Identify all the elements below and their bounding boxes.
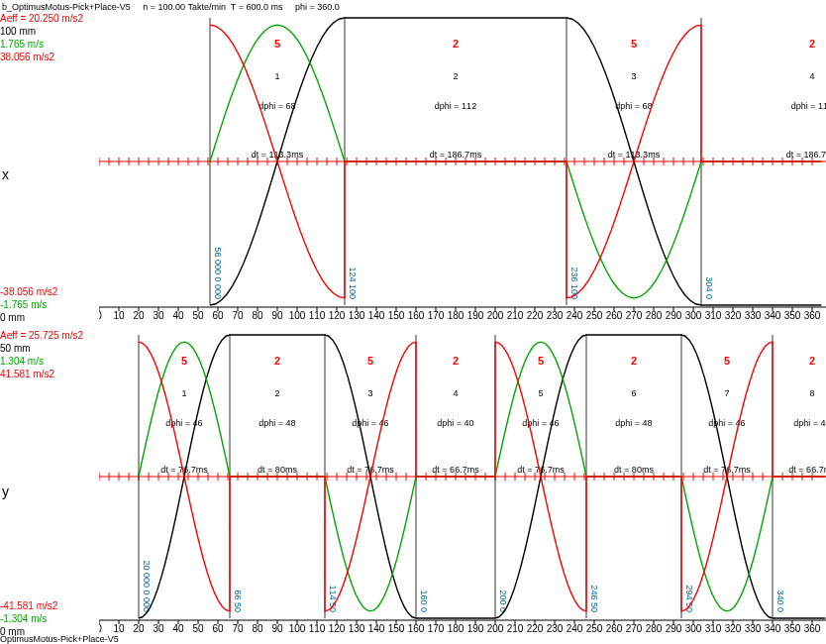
svg-text:dphi = 112: dphi = 112 [791, 101, 826, 111]
vel-y-min: -1.304 m/s [0, 612, 94, 625]
svg-text:330: 330 [745, 310, 762, 321]
svg-text:80: 80 [252, 310, 263, 321]
acc-y-max: 41.581 m/s2 [0, 368, 94, 380]
svg-text:270: 270 [626, 623, 643, 634]
svg-text:56 000 0 000: 56 000 0 000 [213, 247, 223, 299]
svg-text:0: 0 [99, 310, 102, 321]
svg-text:120: 120 [329, 623, 346, 634]
svg-text:30: 30 [153, 623, 164, 634]
svg-text:30: 30 [153, 310, 164, 321]
svg-text:114 50: 114 50 [328, 585, 338, 612]
svg-text:340: 340 [765, 310, 781, 321]
svg-text:110: 110 [309, 623, 326, 634]
svg-text:dphi = 112: dphi = 112 [435, 101, 476, 111]
svg-text:210: 210 [507, 623, 524, 634]
axis-label-y: y [2, 483, 9, 499]
svg-text:250: 250 [586, 623, 603, 634]
svg-text:260: 260 [606, 623, 623, 634]
acc-x-min: -38.056 m/s2 [0, 285, 94, 298]
svg-text:130: 130 [349, 623, 365, 634]
svg-text:180: 180 [448, 310, 465, 321]
svg-text:50: 50 [192, 623, 204, 634]
chart-x: 0510152025303540455055606570758085909510… [99, 12, 826, 329]
svg-text:230: 230 [547, 623, 564, 634]
svg-text:10: 10 [113, 310, 125, 321]
svg-text:160: 160 [408, 310, 425, 321]
svg-text:230: 230 [547, 310, 564, 321]
svg-text:340: 340 [765, 623, 781, 634]
svg-text:160 0: 160 0 [419, 590, 429, 612]
header-T: T = 600.0 ms [231, 2, 283, 12]
svg-text:294 50: 294 50 [684, 585, 694, 612]
side-bot-lower: -41.581 m/s2 -1.304 m/s 0 mm [0, 599, 94, 638]
svg-text:7: 7 [724, 388, 729, 398]
svg-text:1: 1 [181, 388, 186, 398]
svg-text:120: 120 [329, 310, 346, 321]
svg-text:246 50: 246 50 [589, 585, 599, 612]
svg-text:320: 320 [725, 623, 742, 634]
svg-text:dt = 186.7ms: dt = 186.7ms [786, 150, 826, 160]
svg-text:160: 160 [408, 623, 425, 634]
svg-text:dphi = 40: dphi = 40 [793, 418, 826, 428]
svg-text:dt = 186.7ms: dt = 186.7ms [430, 150, 482, 160]
svg-text:200: 200 [487, 310, 504, 321]
svg-text:360: 360 [804, 310, 821, 321]
svg-text:2: 2 [453, 71, 458, 81]
svg-text:320: 320 [725, 310, 742, 321]
svg-text:190: 190 [467, 623, 484, 634]
disp-y-max: 50 mm [0, 342, 94, 355]
svg-text:300: 300 [685, 310, 702, 321]
svg-text:150: 150 [388, 310, 405, 321]
svg-text:260: 260 [606, 310, 623, 321]
svg-text:60: 60 [212, 623, 224, 634]
svg-text:2: 2 [631, 355, 637, 367]
svg-text:130: 130 [349, 310, 365, 321]
side-bot-upper: Aeff = 25.725 m/s2 50 mm 1.304 m/s 41.58… [0, 329, 94, 380]
svg-text:dt = 66.7ms: dt = 66.7ms [432, 465, 479, 475]
svg-text:340 0: 340 0 [775, 590, 785, 612]
svg-text:3: 3 [631, 71, 636, 81]
svg-text:5: 5 [538, 388, 543, 398]
svg-text:200: 200 [487, 623, 504, 634]
svg-text:dphi = 40: dphi = 40 [437, 418, 473, 428]
svg-text:5: 5 [631, 38, 637, 50]
svg-text:60: 60 [212, 310, 224, 321]
svg-text:170: 170 [428, 310, 445, 321]
svg-text:290: 290 [666, 310, 682, 321]
aeff-x: Aeff = 20.250 m/s2 [0, 12, 94, 25]
svg-text:2: 2 [809, 38, 815, 50]
svg-text:210: 210 [507, 310, 524, 321]
svg-text:20: 20 [133, 310, 145, 321]
svg-text:4: 4 [809, 71, 814, 81]
svg-text:170: 170 [428, 623, 445, 634]
svg-text:2: 2 [453, 38, 459, 50]
svg-text:280: 280 [646, 310, 663, 321]
vel-y-max: 1.304 m/s [0, 355, 94, 368]
svg-text:90: 90 [271, 623, 283, 634]
svg-text:190: 190 [467, 310, 484, 321]
header-n: n = 100.00 Takte/min [143, 2, 226, 12]
header-phi: phi = 360.0 [295, 2, 340, 12]
svg-text:300: 300 [685, 623, 702, 634]
aeff-y: Aeff = 25.725 m/s2 [0, 329, 94, 342]
svg-text:304 0: 304 0 [704, 276, 714, 299]
svg-text:310: 310 [705, 623, 722, 634]
acc-x-max: 38.056 m/s2 [0, 51, 94, 63]
svg-text:100: 100 [289, 623, 306, 634]
svg-text:310: 310 [705, 310, 722, 321]
svg-text:50: 50 [192, 310, 204, 321]
svg-text:20: 20 [133, 623, 145, 634]
svg-text:290: 290 [666, 623, 682, 634]
svg-text:270: 270 [626, 310, 643, 321]
svg-text:0: 0 [99, 623, 102, 634]
svg-text:5: 5 [724, 355, 730, 367]
svg-text:150: 150 [388, 623, 405, 634]
svg-text:124 100: 124 100 [348, 267, 358, 299]
svg-text:140: 140 [368, 623, 385, 634]
svg-text:5: 5 [538, 355, 544, 367]
svg-text:236 100: 236 100 [569, 267, 579, 299]
vel-x-max: 1.765 m/s [0, 38, 94, 51]
svg-text:3: 3 [367, 388, 372, 398]
svg-text:250: 250 [586, 310, 603, 321]
vel-x-min: -1.765 m/s [0, 298, 94, 311]
